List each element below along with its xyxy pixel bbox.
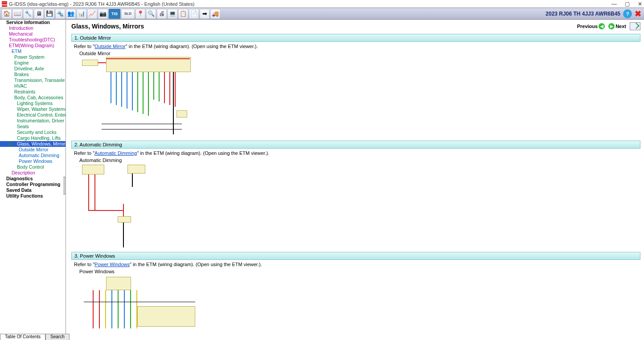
tree-item[interactable]: Seats (0, 124, 66, 130)
diagram-caption: Outside Mirror (79, 51, 640, 56)
tree-item[interactable]: Utility Functions (0, 193, 66, 199)
print-icon[interactable]: 🖨 (157, 9, 167, 19)
prev-arrow-icon: ◀ (599, 23, 605, 29)
tree-item[interactable]: Diagnostics (0, 176, 66, 182)
content-pane[interactable]: Glass, Windows, Mirrors Previous ◀ ▶ Nex… (66, 20, 644, 334)
tree-item[interactable]: Introduction (0, 25, 66, 31)
window-buttons: — ▢ ✕ (611, 1, 642, 7)
wiring-diagram[interactable] (79, 275, 200, 328)
help-icon[interactable]: ? (623, 9, 632, 18)
maximize-button[interactable]: ▢ (625, 1, 630, 7)
tree-item[interactable]: Description (0, 170, 66, 176)
tree-item[interactable]: ETM(Wiring Diagram) (0, 43, 66, 49)
tree-item[interactable]: Instrumentation, Driver Info (0, 118, 66, 124)
tree-item[interactable]: Wiper, Washer Systems (0, 106, 66, 112)
close-button[interactable]: ✕ (638, 1, 642, 7)
clipboard-icon[interactable]: 📄 (189, 9, 199, 19)
page-title: Glass, Windows, Mirrors (71, 23, 577, 30)
tis-icon[interactable]: TIS (109, 9, 120, 19)
tree-item[interactable]: Troubleshooting(DTC) (0, 37, 66, 43)
tree-item[interactable]: Controller Programming (0, 182, 66, 187)
section-header: 1. Outside Mirror (71, 34, 640, 42)
tree-item[interactable]: Power Windows (0, 158, 66, 164)
window-title: G-IDSS (idss-agc\idss-eng) - 2023 RJ06 T… (9, 1, 611, 7)
refer-text: Refer to "Outside Mirror" in the ETM (wi… (74, 44, 640, 49)
wiring-diagram[interactable] (79, 57, 195, 137)
next-arrow-icon: ▶ (608, 23, 615, 29)
refer-text: Refer to "Power Windows" in the ETM (wir… (74, 262, 640, 267)
section-header: 2. Automatic Dimming (71, 141, 640, 149)
scope-icon[interactable]: 📈 (87, 9, 97, 19)
pin-icon[interactable]: 📍 (135, 9, 145, 19)
tree-expand-arrow-icon: ▶ (9, 141, 12, 147)
prev-button[interactable]: Previous ◀ (577, 23, 606, 29)
capture-icon[interactable]: 📷 (98, 9, 108, 19)
engine-diag-icon[interactable]: 🔧 (23, 9, 33, 19)
tree-item[interactable]: Saved Data (0, 187, 66, 193)
nav-tree[interactable]: Service InformationIntroductionMechanica… (0, 20, 66, 334)
tree-item[interactable]: Power System (0, 54, 66, 60)
close-session-icon[interactable]: ✖ (635, 9, 641, 19)
main-toolbar: 🏠📖🔧🖥💾🔩👥📊📈📷TISSLD📍🔍🖨💻📋📄➡🚚 2023 RJ06 TH 4J… (0, 8, 644, 20)
minimize-button[interactable]: — (611, 1, 617, 7)
tree-item[interactable]: Restraints (0, 89, 66, 95)
tree-item[interactable]: Body, Cab, Accessories (0, 95, 66, 101)
programming-icon[interactable]: 🖥 (34, 9, 44, 19)
tree-item[interactable]: Security and Locks (0, 130, 66, 135)
sld-icon[interactable]: SLD (121, 9, 135, 19)
popout-icon[interactable] (630, 22, 640, 30)
arrow-right-icon[interactable]: ➡ (200, 9, 209, 19)
search-icon[interactable]: 🔍 (146, 9, 156, 19)
tree-item[interactable]: Lighting Systems (0, 101, 66, 106)
next-button[interactable]: ▶ Next (607, 23, 626, 29)
clipboard-list-icon[interactable]: 📋 (178, 9, 188, 19)
people-icon[interactable]: 👥 (66, 9, 76, 19)
app-icon (2, 1, 7, 7)
tree-item[interactable]: Transmission, Transaxle (0, 77, 66, 83)
book-icon[interactable]: 📖 (12, 9, 22, 19)
tree-item[interactable]: Body Control (0, 164, 66, 170)
tree-item[interactable]: Electrical Control, Entertainment (0, 112, 66, 118)
tree-item[interactable]: Mechanical (0, 31, 66, 37)
home-icon[interactable]: 🏠 (2, 9, 12, 19)
tree-item[interactable]: ▶Glass, Windows, Mirrors (0, 141, 66, 147)
diagram-caption: Power Windows (79, 269, 640, 274)
tab-toc[interactable]: Table Of Contents (0, 334, 45, 340)
tree-item[interactable]: Cargo Handling, Lifts (0, 135, 66, 141)
tree-item[interactable]: ETM (0, 49, 66, 54)
laptop-icon[interactable]: 💻 (168, 9, 177, 19)
tab-search[interactable]: Search (45, 334, 70, 340)
tree-item[interactable]: Automatic Dimming (0, 153, 66, 158)
wiring-diagram[interactable] (79, 164, 151, 248)
wrench-icon[interactable]: 🔩 (55, 9, 65, 19)
tree-item[interactable]: Engine (0, 60, 66, 66)
refer-text: Refer to "Automatic Dimming" in the ETM … (74, 150, 640, 156)
tree-item[interactable]: Service Information (0, 20, 66, 25)
chart-icon[interactable]: 📊 (77, 9, 86, 19)
tree-item[interactable]: Brakes (0, 72, 66, 77)
truck-icon[interactable]: 🚚 (210, 9, 220, 19)
etm-link[interactable]: Power Windows (94, 262, 130, 267)
etm-link[interactable]: Automatic Dimming (94, 150, 137, 156)
tree-item[interactable]: Outside Mirror (0, 147, 66, 153)
vehicle-label: 2023 RJ06 TH 4JJ3 AWR6B45 (546, 11, 620, 17)
tree-item[interactable]: HVAC (0, 83, 66, 89)
save-icon[interactable]: 💾 (45, 9, 54, 19)
diagram-caption: Automatic Dimming (79, 158, 640, 163)
tree-item[interactable]: Driveline, Axle (0, 66, 66, 72)
splitter-handle[interactable] (63, 177, 66, 194)
etm-link[interactable]: Outside Mirror (94, 44, 126, 49)
titlebar: G-IDSS (idss-agc\idss-eng) - 2023 RJ06 T… (0, 0, 644, 8)
section-header: 3. Power Windows (71, 252, 640, 260)
bottom-tabs: Table Of Contents Search (0, 334, 70, 340)
